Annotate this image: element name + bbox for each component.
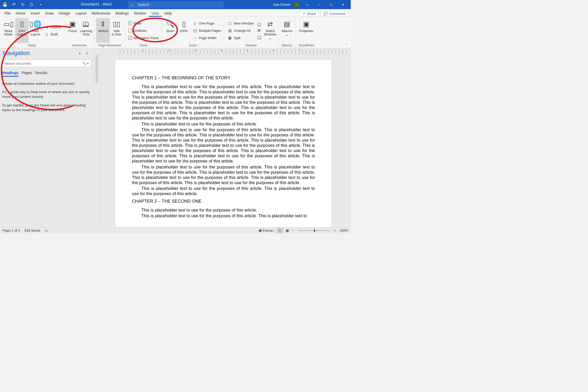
group-pagemove-label: Page Movement [96,43,123,48]
title-search[interactable]: ⌕ Search [128,1,224,8]
read-view-button[interactable]: ▭ [269,228,276,233]
outline-button[interactable]: ≣Outline [43,23,62,31]
switch-icon: ⇄ [267,20,273,28]
zoom-out-icon[interactable]: − [291,228,295,232]
properties-button[interactable]: ▣Properties [297,18,316,43]
print-view-button[interactable]: ▯ [277,228,283,233]
tab-insert[interactable]: Insert [28,10,43,17]
page-100-icon: ▯ [182,20,186,28]
tab-view[interactable]: View [149,10,162,17]
body-text: This is placeholder text to use for the … [132,207,315,213]
avatar[interactable] [294,2,300,8]
checkbox-icon [128,29,132,32]
vertical-ruler[interactable] [93,55,101,227]
tab-review[interactable]: Review [131,10,149,17]
tab-home[interactable]: Home [13,10,28,17]
learning-icon: 🕮 [83,20,89,28]
spellcheck-icon[interactable]: ▭ [45,228,48,232]
vertical-button[interactable]: ⇕Vertical [96,18,110,43]
focus-button[interactable]: ▣Focus [66,18,79,43]
user-name[interactable]: Dan Finnen [273,3,291,7]
group-show-label: Show [127,43,160,48]
zoom-slider[interactable] [298,230,330,231]
nav-title: Navigation [3,50,30,57]
reset-window-icon[interactable]: ▢ [257,35,261,40]
arrange-all-button[interactable]: ▤Arrange All [227,27,255,34]
horizontal-ruler[interactable]: 12 34 56 7 [93,48,351,55]
web-view-button[interactable]: ▦ [284,228,291,233]
new-window-icon: ▢ [228,21,232,25]
focus-icon: ▣ [259,228,262,232]
status-page[interactable]: Page 1 of 1 [3,228,20,232]
document-page[interactable]: CHAPTER 1 – THE BEGINNING OF THE STORY T… [115,60,332,227]
view-side-icon[interactable]: ▢ [257,22,261,27]
switch-windows-button[interactable]: ⇄Switch Windows▾ [263,18,277,43]
tab-help[interactable]: Help [162,10,174,17]
share-button[interactable]: ↗Share [299,11,319,17]
nav-search-placeholder: Search document [4,62,82,65]
new-window-button[interactable]: ▢New Window [227,20,255,27]
tab-design[interactable]: Design [56,10,73,17]
comments-button[interactable]: 💬Comments [321,11,349,17]
tab-layout[interactable]: Layout [73,10,89,17]
nav-close-icon[interactable]: ✕ [84,51,90,56]
read-mode-button[interactable]: ▭▯Read Mode [2,18,15,43]
page-icon: ▯ [20,20,24,28]
navigation-pane-checkbox[interactable]: ✓Navigation Pane [127,34,160,41]
ruler-ticks: 12 34 56 7 [101,48,351,54]
collapse-ribbon-icon[interactable]: ⌃ [343,43,349,47]
status-words[interactable]: 616 words [25,228,40,232]
zoom-button[interactable]: 🔍Zoom [163,18,177,43]
undo-icon[interactable]: ↶ [11,2,16,7]
close-icon[interactable]: ✕ [339,0,348,9]
side-to-side-button[interactable]: ▯▯Side to Side [110,18,123,43]
ruler-checkbox[interactable]: ✓Ruler [127,20,160,27]
group-sharepoint: ▣Properties SharePoint [296,17,317,48]
side-icon: ▯▯ [113,20,120,28]
tab-mailings[interactable]: Mailings [113,10,131,17]
multiple-pages-button[interactable]: ▯▯Multiple Pages [192,27,222,34]
zoom-in-icon[interactable]: + [333,228,337,232]
redo-icon[interactable]: ↻ [20,2,25,7]
macros-button[interactable]: ▤Macros▾ [280,18,294,43]
ribbon-display-icon[interactable]: ▭ [303,0,312,9]
zoom-100-button[interactable]: ▯100% [177,18,191,43]
scroll-thumb[interactable] [95,55,98,83]
print-layout-button[interactable]: ▯Print Layout [15,18,29,43]
split-button[interactable]: ▦Split [227,34,255,41]
one-page-button[interactable]: ▯One Page [192,20,222,27]
tab-draw[interactable]: Draw [43,10,56,17]
nav-tabs: Headings Pages Results [2,71,91,77]
group-views-label: Views [2,43,62,48]
nav-dropdown-icon[interactable]: ▾ [77,51,83,56]
zoom-level[interactable]: 100% [340,228,348,232]
quick-access-toolbar: 💾 ↶ ↻ 🗋 ▾ [0,2,43,7]
focus-mode-button[interactable]: ▣Focus [262,228,269,233]
web-layout-button[interactable]: ▯🌐Web Layout [29,18,42,43]
nav-tab-headings[interactable]: Headings [2,71,19,77]
body-text: This is placeholder text to use for the … [132,186,315,196]
sync-scroll-icon[interactable]: ⟳ [257,28,261,33]
new-doc-icon[interactable]: 🗋 [29,2,34,7]
group-zoom: 🔍Zoom ▯100% ▯One Page ▯▯Multiple Pages ↔… [162,17,224,48]
qat-dropdown-icon[interactable]: ▾ [38,2,43,7]
nav-tab-pages[interactable]: Pages [22,71,32,77]
draft-button[interactable]: ▯Draft [43,31,62,38]
multi-page-icon: ▯▯ [193,28,197,33]
gridlines-checkbox[interactable]: Gridlines [127,27,160,34]
save-icon[interactable]: 💾 [3,2,7,7]
maximize-icon[interactable]: ◻ [327,0,336,9]
group-views: ▭▯Read Mode ▯Print Layout ▯🌐Web Layout ≣… [0,17,64,48]
page-width-button[interactable]: ↔Page Width [192,34,222,41]
outline-icon: ≣ [44,25,49,29]
nav-tab-results[interactable]: Results [35,71,47,77]
body-text: This is placeholder text to use for the … [132,121,315,126]
heading-chapter-1: CHAPTER 1 – THE BEGINNING OF THE STORY [132,75,315,81]
nav-search-input[interactable]: Search document 🔍 ▾ [2,60,91,67]
tab-references[interactable]: References [89,10,113,17]
minimize-icon[interactable]: — [315,0,324,9]
group-zoom-label: Zoom [163,43,222,48]
body-text: This is placeholder text to use for the … [132,213,315,218]
tab-file[interactable]: File [2,10,13,17]
learning-tools-button[interactable]: 🕮Learning Tools [79,18,93,43]
